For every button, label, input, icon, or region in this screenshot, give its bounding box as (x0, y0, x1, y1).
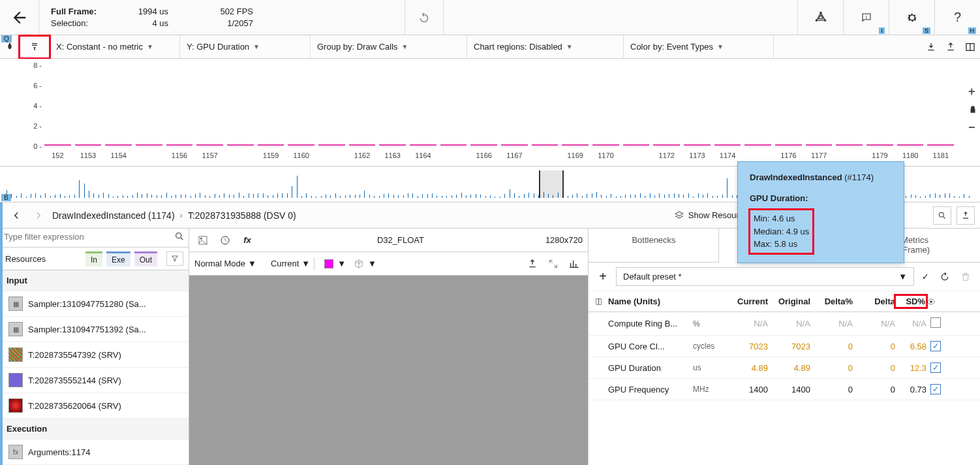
resource-item[interactable]: ▦Sampler:1310947751392 (Sa... (0, 317, 189, 342)
color-swatch[interactable] (324, 259, 333, 268)
resource-item[interactable]: fxArguments:1174 (0, 440, 189, 465)
search-icon[interactable] (933, 206, 951, 225)
panel-button[interactable] (960, 37, 980, 57)
resources-filter-input[interactable] (4, 232, 170, 242)
filter-exe-pill[interactable]: Exe (106, 251, 130, 266)
resource-item[interactable]: T:2028735620064 (SRV) (0, 393, 189, 419)
upload-icon (527, 259, 538, 269)
history-button[interactable] (217, 232, 234, 249)
graph-tool-button[interactable] (797, 0, 843, 35)
cube-icon (354, 259, 364, 269)
flame-icon (5, 42, 15, 52)
fx-button[interactable]: fx (239, 232, 256, 249)
eye-icon[interactable] (926, 297, 945, 306)
checkbox[interactable] (930, 317, 941, 328)
thumbnail-icon: ▦ (8, 297, 23, 311)
fx-icon: fx (243, 235, 251, 245)
image-view-button[interactable] (194, 232, 211, 249)
export-chart-button[interactable] (941, 37, 960, 57)
cube-button[interactable] (354, 259, 364, 269)
triangle-nodes-icon (814, 11, 827, 24)
metric-row[interactable]: GPU Core Cl...cycles70237023006.58✓ (589, 336, 980, 357)
resource-viewer-canvas[interactable] (189, 276, 588, 465)
frame-info: Full Frame:1994 us Selection:4 us (51, 7, 168, 28)
lock-button[interactable] (968, 105, 977, 114)
histogram-button[interactable] (566, 255, 583, 272)
metric-row[interactable]: GPU Durationus4.894.890012.3✓ (589, 357, 980, 379)
nav-forward-button[interactable] (30, 207, 47, 224)
reload-icon (417, 10, 431, 25)
x-axis-dropdown[interactable]: X: Constant - no metric▼ (50, 35, 180, 59)
fit-icon (548, 259, 559, 269)
clock-icon (220, 235, 230, 246)
filter-in-pill[interactable]: In (85, 251, 102, 266)
checkbox[interactable]: ✓ (930, 384, 941, 394)
layers-icon (674, 210, 684, 221)
zoom-in-button[interactable]: + (968, 85, 977, 99)
stack-button[interactable] (20, 36, 50, 58)
metric-row[interactable]: Compute Ring B...%N/AN/AN/AN/AN/A (589, 312, 980, 336)
svg-rect-14 (599, 298, 602, 304)
breadcrumb-item[interactable]: T:2028731935888 (DSV 0) (188, 210, 296, 221)
columns-icon[interactable] (595, 297, 608, 306)
breadcrumb-item[interactable]: DrawIndexedInstanced (1174) (52, 210, 175, 221)
metric-row[interactable]: GPU FrequencyMHz14001400000.73✓ (589, 379, 980, 400)
filter-out-pill[interactable]: Out (134, 251, 157, 266)
current-dropdown[interactable]: Current ▼ (271, 259, 310, 268)
apply-preset-button[interactable]: ✓ (919, 269, 932, 284)
delete-preset-button[interactable] (958, 269, 973, 285)
export-image-button[interactable] (524, 255, 541, 272)
checkbox[interactable]: ✓ (930, 341, 941, 351)
zoom-out-button[interactable]: − (968, 121, 977, 135)
reload-button[interactable] (405, 0, 444, 35)
thumbnail-icon (8, 347, 23, 362)
mode-dropdown[interactable]: Normal Mode ▼ (194, 259, 256, 268)
add-preset-button[interactable]: + (595, 269, 611, 284)
svg-line-7 (181, 238, 183, 240)
settings-button[interactable]: S (889, 0, 934, 35)
svg-point-1 (815, 19, 817, 21)
svg-point-15 (930, 300, 932, 303)
bar-chart[interactable]: 0 -2 -4 -6 -8 - 152115311541156115711591… (0, 59, 980, 167)
resource-item[interactable]: ▦Sampler:1310947751280 (Sa... (0, 291, 189, 317)
arrow-left-icon (10, 8, 29, 27)
tab-bottlenecks[interactable]: Bottlenecks (589, 229, 719, 262)
bars-icon (569, 259, 579, 269)
svg-rect-8 (199, 236, 207, 244)
format-label: D32_FLOAT (377, 235, 424, 245)
svg-point-2 (824, 19, 826, 21)
tooltip: DrawIndexedInstanced (#1174) GPU Duratio… (737, 161, 904, 263)
fps-info: 502 FPS 1/2057 (194, 7, 253, 28)
resolution-label: 1280x720 (545, 235, 583, 245)
svg-rect-13 (596, 298, 599, 304)
help-button[interactable]: ?H (934, 0, 980, 35)
nav-back-button[interactable] (8, 207, 25, 224)
filter-funnel-button[interactable] (166, 251, 183, 266)
resource-item[interactable]: T:2028735547392 (SRV) (0, 342, 189, 368)
resource-item[interactable]: T:2028735552144 (SRV) (0, 368, 189, 393)
fit-button[interactable] (545, 255, 562, 272)
comment-info-icon: i (861, 12, 872, 24)
svg-point-6 (176, 233, 181, 238)
preset-dropdown[interactable]: Default preset *▼ (616, 267, 914, 286)
svg-point-9 (200, 238, 202, 240)
trash-icon (960, 272, 971, 282)
svg-line-12 (943, 216, 945, 218)
checkbox[interactable]: ✓ (930, 362, 941, 373)
refresh-icon (940, 272, 950, 282)
search-icon[interactable] (174, 231, 185, 242)
export-metrics-button[interactable] (957, 206, 975, 225)
svg-point-11 (939, 212, 943, 217)
regions-dropdown[interactable]: Chart regions: Disabled▼ (467, 35, 624, 59)
thumbnail-icon: ▦ (8, 322, 23, 336)
gear-icon (906, 11, 919, 24)
refresh-preset-button[interactable] (937, 269, 953, 285)
groupby-dropdown[interactable]: Group by: Draw Calls▼ (311, 35, 467, 59)
collapse-icon (29, 42, 40, 52)
info-button[interactable]: iI (843, 0, 889, 35)
arrow-right-icon (33, 210, 44, 221)
back-button[interactable] (0, 0, 39, 35)
y-axis-dropdown[interactable]: Y: GPU Duration▼ (180, 35, 311, 59)
colorby-dropdown[interactable]: Color by: Event Types▼ (624, 35, 774, 59)
download-chart-button[interactable] (921, 37, 941, 57)
